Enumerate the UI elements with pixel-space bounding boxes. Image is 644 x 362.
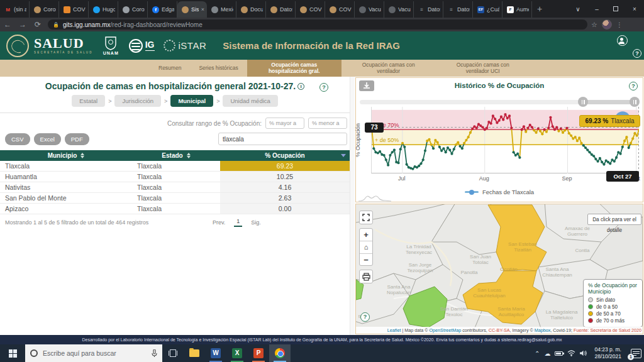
panel-help-icon[interactable]: ?: [319, 83, 328, 92]
hidden-icons-chevron[interactable]: ⌃: [535, 350, 540, 357]
browser-tab-2[interactable]: COVID: [59, 1, 89, 18]
sort-icon[interactable]: [187, 153, 191, 158]
breadcrumb-estatal[interactable]: Estatal: [72, 95, 105, 107]
taskbar-app-w[interactable]: W: [205, 344, 226, 362]
browser-tab-7[interactable]: Mexico: [207, 1, 236, 18]
taskbar-search[interactable]: Escribe aquí para buscar: [25, 344, 162, 362]
map-fullscreen-button[interactable]: [359, 211, 373, 224]
chrome-button[interactable]: [269, 344, 291, 362]
chart-help-icon[interactable]: ?: [629, 82, 638, 90]
download-chart-button[interactable]: [359, 80, 374, 91]
header-help-icon[interactable]: ?: [633, 49, 641, 58]
info-icon[interactable]: i: [297, 83, 304, 90]
maximize-button[interactable]: [606, 6, 625, 11]
attribution-text[interactable]: Mapbox: [535, 327, 551, 333]
sort-icon[interactable]: [80, 153, 84, 158]
attribution-text[interactable]: Leaflet: [387, 327, 401, 333]
nav-tab-3[interactable]: Ocupación camas con ventilador: [341, 60, 436, 77]
browser-tab-12[interactable]: Vacuna: [355, 1, 384, 18]
minimize-button[interactable]: –: [587, 6, 606, 13]
taskbar-app-p[interactable]: P: [248, 344, 269, 362]
task-view-button[interactable]: [162, 344, 184, 362]
slider-handle-right[interactable]: [630, 97, 640, 107]
browser-tab-9[interactable]: Datos: [266, 1, 296, 18]
nav-tab-0[interactable]: Resumen: [150, 60, 190, 77]
onedrive-cloud-icon[interactable]: ☁: [544, 350, 550, 357]
breadcrumb-municipal[interactable]: Municipal: [170, 95, 213, 107]
start-button[interactable]: [0, 344, 25, 362]
map-home-button[interactable]: ⌂: [360, 241, 372, 254]
tab-favicon: EF: [477, 6, 484, 13]
attribution-text[interactable]: OpenStreetMap: [430, 327, 462, 333]
unam-logo: UNAM: [103, 36, 119, 55]
col-estado[interactable]: Estado: [162, 152, 182, 159]
browser-tab-16[interactable]: EF¿Cuán: [473, 1, 502, 18]
browser-tab-15[interactable]: ≡Datos: [443, 1, 473, 18]
nav-tab-2[interactable]: Ocupación camas hospitalización gral.: [247, 60, 341, 77]
breadcrumb-jurisdicción[interactable]: Jurisdicción: [114, 95, 161, 107]
browser-tab-1[interactable]: Corona: [30, 1, 59, 18]
map-zoom-in-button[interactable]: +: [360, 229, 372, 241]
prev-page-button[interactable]: Prev.: [213, 219, 225, 226]
current-page[interactable]: 1: [234, 218, 242, 227]
table-row[interactable]: TlaxcalaTlaxcala69.23: [0, 161, 350, 172]
range-max-input[interactable]: [308, 118, 347, 129]
map-help-icon[interactable]: ?: [360, 312, 370, 322]
notification-center-icon[interactable]: 1: [631, 349, 641, 358]
new-tab-button[interactable]: +: [537, 4, 542, 14]
table-row[interactable]: NativitasTlaxcala4.16: [0, 182, 350, 193]
microphone-icon[interactable]: [152, 349, 157, 358]
map-print-button[interactable]: [359, 270, 373, 283]
chart-legend[interactable]: Fechas de Tlaxcala: [356, 189, 643, 195]
attribution-text[interactable]: Fuente: Secretaría de Salud 2020: [574, 327, 641, 333]
table-row[interactable]: ApizacoTlaxcala0.00: [0, 204, 350, 214]
taskbar-clock[interactable]: 04:23 p. m. 28/10/2021: [594, 346, 621, 359]
browser-tab-8[interactable]: Docum: [236, 1, 266, 18]
browser-tab-0[interactable]: M(sin as: [0, 1, 30, 18]
browser-tab-13[interactable]: Vacuna: [384, 1, 414, 18]
browser-tab-11[interactable]: COVID: [325, 1, 355, 18]
speaker-icon[interactable]: [580, 350, 587, 356]
back-icon[interactable]: ←: [0, 20, 15, 29]
excel-export-button[interactable]: Excel: [34, 133, 61, 145]
history-chart-panel: Histórico % de Ocupación ? % Ocupación +…: [355, 77, 643, 202]
bookmark-star-icon[interactable]: ☆: [591, 21, 597, 29]
map-zoom-out-button[interactable]: −: [360, 254, 372, 266]
forward-icon[interactable]: →: [15, 20, 30, 29]
reload-icon[interactable]: ⟳: [30, 20, 45, 29]
taskbar-app-x[interactable]: X: [226, 344, 248, 362]
nav-tab-1[interactable]: Series históricas: [190, 60, 247, 77]
browser-tab-6[interactable]: Sis×: [177, 1, 207, 18]
col-ocupacion[interactable]: % Ocupación: [265, 152, 304, 159]
filter-dropdown-icon[interactable]: [341, 154, 346, 157]
tab-close-icon[interactable]: ×: [201, 6, 204, 13]
browser-tab-3[interactable]: Hugo L: [89, 1, 118, 18]
browser-tab-17[interactable]: FAume: [502, 1, 532, 18]
table-row[interactable]: San Pablo del MonteTlaxcala2.63: [0, 193, 350, 204]
account-icon[interactable]: [617, 35, 628, 46]
browser-profile-avatar[interactable]: [602, 19, 612, 30]
tab-list-chevron-icon[interactable]: ∨: [569, 6, 587, 13]
breadcrumb-unidad-médica[interactable]: Unidad médica: [223, 95, 277, 107]
table-row[interactable]: HuamantlaTlaxcala10.25: [0, 172, 350, 182]
url-bar[interactable]: 🔒 gits.igg.unam.mx/red-irag-dashboard/re…: [48, 19, 587, 30]
nav-tab-4[interactable]: Ocupación camas con ventilador UCI: [436, 60, 530, 77]
range-min-input[interactable]: [265, 118, 304, 129]
browser-tab-4[interactable]: Corona: [118, 1, 148, 18]
browser-tab-5[interactable]: fEdgar: [148, 1, 177, 18]
pdf-export-button[interactable]: PDF: [65, 133, 89, 145]
battery-icon[interactable]: [555, 351, 563, 356]
browser-tab-10[interactable]: COVID: [296, 1, 325, 18]
col-municipio[interactable]: Municipio: [48, 152, 77, 159]
slider-handle-left[interactable]: [578, 97, 588, 107]
wifi-icon[interactable]: [567, 350, 575, 356]
next-page-button[interactable]: Sig.: [251, 219, 261, 226]
attribution-text[interactable]: CC-BY-SA: [489, 327, 510, 333]
browser-menu-icon[interactable]: ⋮: [616, 21, 623, 28]
csv-export-button[interactable]: CSV: [5, 133, 30, 145]
file-explorer-button[interactable]: [184, 344, 205, 362]
slider-selected-range[interactable]: [583, 100, 635, 104]
browser-tab-14[interactable]: ≡Datos: [414, 1, 443, 18]
search-input[interactable]: [218, 133, 347, 145]
close-button[interactable]: ×: [625, 6, 644, 13]
